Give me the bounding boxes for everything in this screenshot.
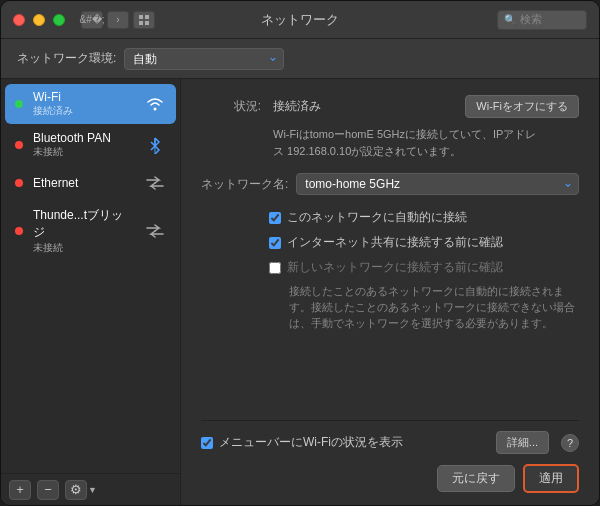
thunderbolt-icon <box>144 220 166 242</box>
check-row-3: 新しいネットワークに接続する前に確認 <box>269 259 579 276</box>
traffic-lights <box>13 14 65 26</box>
sidebar-item-thunderbolt-text: Thunde...tブリッジ 未接続 <box>33 207 134 255</box>
note-text: 接続したことのあるネットワークに自動的に接続されます。接続したことのあるネットワ… <box>289 284 579 331</box>
help-button[interactable]: ? <box>561 434 579 452</box>
sidebar-item-ethernet-name: Ethernet <box>33 176 134 190</box>
status-value: 接続済み <box>273 98 321 115</box>
wifi-icon <box>144 93 166 115</box>
gear-dropdown[interactable]: ⚙ ▼ <box>65 480 97 500</box>
detail-button[interactable]: 詳細... <box>496 431 549 454</box>
internet-share-checkbox[interactable] <box>269 237 281 249</box>
sidebar-item-bluetooth[interactable]: Bluetooth PAN 未接続 <box>5 125 176 165</box>
titlebar: &#�; › ネットワーク 🔍 検索 <box>1 1 599 39</box>
network-select-wrapper: tomo-home 5GHz <box>296 173 579 195</box>
sidebar-item-wifi-text: Wi-Fi 接続済み <box>33 90 134 118</box>
sidebar-list: Wi-Fi 接続済み <box>1 79 180 473</box>
sidebar-item-bluetooth-name: Bluetooth PAN <box>33 131 134 145</box>
network-select[interactable]: tomo-home 5GHz <box>296 173 579 195</box>
revert-button[interactable]: 元に戻す <box>437 465 515 492</box>
internet-share-label: インターネット共有に接続する前に確認 <box>287 234 503 251</box>
window: &#�; › ネットワーク 🔍 検索 ネットワーク環境: 自動 <box>0 0 600 506</box>
bluetooth-icon <box>144 134 166 156</box>
gear-button[interactable]: ⚙ <box>65 480 87 500</box>
back-button[interactable]: &#�; <box>81 11 103 29</box>
sidebar-item-thunderbolt[interactable]: Thunde...tブリッジ 未接続 <box>5 201 176 261</box>
status-row: 状況: 接続済み Wi-Fiをオフにする <box>201 95 579 118</box>
sidebar-item-bluetooth-status: 未接続 <box>33 145 134 159</box>
toolbar: ネットワーク環境: 自動 <box>1 39 599 79</box>
sidebar-item-wifi-status: 接続済み <box>33 104 134 118</box>
sidebar-item-ethernet-text: Ethernet <box>33 176 134 190</box>
menubar-row: メニューバーにWi-Fiの状況を表示 詳細... ? <box>201 431 579 454</box>
status-dot-ethernet <box>15 179 23 187</box>
maximize-button[interactable] <box>53 14 65 26</box>
menubar-label: メニューバーにWi-Fiの状況を表示 <box>219 434 403 451</box>
status-description: Wi-FiはtomoーhomE 5GHzに接続していて、IPアドレス 192.1… <box>273 126 579 159</box>
environment-select-wrapper: 自動 <box>124 48 284 70</box>
menubar-checkbox[interactable] <box>201 437 213 449</box>
auto-connect-label: このネットワークに自動的に接続 <box>287 209 467 226</box>
check-row-2: インターネット共有に接続する前に確認 <box>269 234 579 251</box>
apply-button[interactable]: 適用 <box>523 464 579 493</box>
panel: 状況: 接続済み Wi-Fiをオフにする Wi-FiはtomoーhomE 5GH… <box>181 79 599 505</box>
main-content: Wi-Fi 接続済み <box>1 79 599 505</box>
network-name-row: ネットワーク名: tomo-home 5GHz <box>201 173 579 195</box>
sidebar-item-thunderbolt-status: 未接続 <box>33 241 134 255</box>
network-name-label: ネットワーク名: <box>201 176 288 193</box>
status-dot-bluetooth <box>15 141 23 149</box>
sidebar: Wi-Fi 接続済み <box>1 79 181 505</box>
forward-button[interactable]: › <box>107 11 129 29</box>
add-button[interactable]: + <box>9 480 31 500</box>
status-label: 状況: <box>201 98 261 115</box>
close-button[interactable] <box>13 14 25 26</box>
auto-connect-checkbox[interactable] <box>269 212 281 224</box>
sidebar-item-ethernet[interactable]: Ethernet <box>5 166 176 200</box>
gear-chevron-icon: ▼ <box>88 485 97 495</box>
svg-rect-1 <box>145 15 149 19</box>
sidebar-item-wifi-name: Wi-Fi <box>33 90 134 104</box>
nav-buttons: &#�; › <box>81 11 129 29</box>
ethernet-icon <box>144 172 166 194</box>
status-dot-wifi <box>15 100 23 108</box>
sidebar-footer: + − ⚙ ▼ <box>1 473 180 505</box>
panel-footer: メニューバーにWi-Fiの状況を表示 詳細... ? 元に戻す 適用 <box>201 420 579 493</box>
environment-select[interactable]: 自動 <box>124 48 284 70</box>
environment-label: ネットワーク環境: <box>17 50 116 67</box>
bottom-row: 元に戻す 適用 <box>201 464 579 493</box>
svg-point-4 <box>154 108 157 111</box>
minimize-button[interactable] <box>33 14 45 26</box>
grid-button[interactable] <box>133 11 155 29</box>
sidebar-item-bluetooth-text: Bluetooth PAN 未接続 <box>33 131 134 159</box>
new-network-checkbox[interactable] <box>269 262 281 274</box>
remove-button[interactable]: − <box>37 480 59 500</box>
status-dot-thunderbolt <box>15 227 23 235</box>
new-network-label: 新しいネットワークに接続する前に確認 <box>287 259 503 276</box>
window-title: ネットワーク <box>261 11 339 29</box>
search-placeholder: 検索 <box>520 12 542 27</box>
search-box[interactable]: 🔍 検索 <box>497 10 587 30</box>
check-row-1: このネットワークに自動的に接続 <box>269 209 579 226</box>
sidebar-item-thunderbolt-name: Thunde...tブリッジ <box>33 207 134 241</box>
sidebar-item-wifi[interactable]: Wi-Fi 接続済み <box>5 84 176 124</box>
wifi-off-button[interactable]: Wi-Fiをオフにする <box>465 95 579 118</box>
svg-rect-3 <box>145 21 149 25</box>
svg-rect-2 <box>139 21 143 25</box>
svg-rect-0 <box>139 15 143 19</box>
